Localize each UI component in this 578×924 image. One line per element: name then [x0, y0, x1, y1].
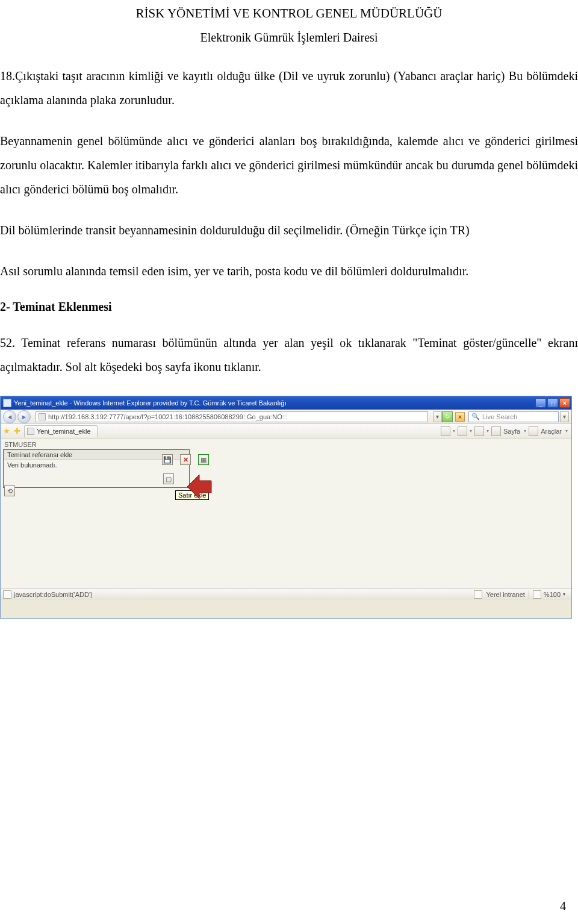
search-box[interactable]: 🔍 Live Search [468, 411, 559, 422]
security-zone-label: Yerel intranet [486, 591, 524, 598]
paragraph-4: Asıl sorumlu alanında temsil eden isim, … [0, 259, 578, 283]
ie-command-bar: ▾ ▾ ▾ Sayfa▾ Araçlar▾ [441, 426, 569, 436]
page-menu-icon[interactable] [491, 426, 501, 436]
page-menu-dropdown[interactable]: ▾ [523, 428, 527, 434]
new-row-icon[interactable]: ▢ [163, 473, 174, 484]
tab-page-icon [27, 428, 34, 435]
session-user-label: STMUSER [4, 441, 37, 448]
minimize-button[interactable]: _ [535, 398, 546, 408]
reset-icon[interactable]: ⟲ [4, 485, 15, 496]
page-menu-label[interactable]: Sayfa [502, 428, 521, 435]
home-icon[interactable] [441, 426, 450, 436]
section-heading-2: 2- Teminat Eklenmesi [0, 300, 578, 314]
forward-button[interactable]: ► [17, 410, 31, 423]
status-page-icon [3, 590, 11, 599]
tools-menu-icon[interactable] [529, 426, 538, 436]
ie-window-title: Yeni_teminat_ekle - Windows Internet Exp… [14, 399, 535, 407]
page-number: 4 [560, 899, 566, 913]
close-button[interactable]: × [559, 398, 570, 408]
status-text: javascript:doSubmit('ADD') [14, 591, 93, 598]
zoom-dropdown[interactable]: ▾ [563, 592, 565, 597]
tools-menu-label[interactable]: Araçlar [539, 428, 563, 435]
ie-tab-row: ★ ✚ Yeni_teminat_ekle ▾ ▾ ▾ Sayfa▾ Araçl… [1, 424, 571, 439]
tools-menu-dropdown[interactable]: ▾ [564, 428, 569, 434]
svg-marker-0 [187, 475, 211, 499]
feeds-dropdown[interactable]: ▾ [468, 428, 473, 434]
tab-label: Yeni_teminat_ekle [37, 428, 91, 435]
print-dropdown[interactable]: ▾ [485, 428, 490, 434]
stop-button[interactable]: × [455, 412, 465, 422]
add-favorite-icon[interactable]: ✚ [14, 426, 20, 435]
page-icon [39, 413, 46, 420]
cancel-icon[interactable]: ✕ [180, 454, 191, 465]
print-icon[interactable] [474, 426, 484, 436]
ie-address-bar-row: ◄ ► http://192.168.3.192:7777/apex/f?p=1… [1, 410, 571, 424]
doc-subtitle: Elektronik Gümrük İşlemleri Dairesi [0, 31, 578, 45]
back-button[interactable]: ◄ [3, 410, 16, 423]
security-zone-icon [474, 590, 482, 599]
paragraph-5: 52. Teminat referans numarası bölümünün … [0, 331, 578, 379]
search-dropdown[interactable]: ▾ [560, 411, 569, 422]
spreadsheet-icon[interactable]: ▦ [198, 454, 209, 465]
feeds-icon[interactable] [458, 426, 467, 436]
url-text: http://192.168.3.192:7777/apex/f?p=10021… [48, 413, 288, 420]
no-data-label: Veri bulunamadı. [4, 460, 189, 470]
favorites-star-icon[interactable]: ★ [3, 426, 10, 435]
paragraph-1: 18.Çıkıştaki taşıt aracının kimliği ve k… [0, 64, 578, 112]
document-header: RİSK YÖNETİMİ VE KONTROL GENEL MÜDÜRLÜĞÜ… [0, 0, 578, 45]
save-icon[interactable]: 💾 [162, 454, 173, 465]
ie-window: Yeni_teminat_ekle - Windows Internet Exp… [0, 396, 572, 619]
browser-tab[interactable]: Yeni_teminat_ekle [24, 425, 98, 437]
address-bar[interactable]: http://192.168.3.192:7777/apex/f?p=10021… [36, 411, 428, 422]
teminat-panel-header: Teminat referansı ekle [4, 450, 189, 460]
url-dropdown[interactable]: ▾ [433, 411, 442, 422]
ie-page-content: STMUSER Teminat referansı ekle Veri bulu… [1, 439, 571, 600]
ie-titlebar[interactable]: Yeni_teminat_ekle - Windows Internet Exp… [1, 396, 571, 410]
ie-app-icon [3, 399, 11, 407]
maximize-button[interactable]: □ [547, 398, 558, 408]
doc-title: RİSK YÖNETİMİ VE KONTROL GENEL MÜDÜRLÜĞÜ [0, 6, 578, 21]
home-dropdown[interactable]: ▾ [452, 428, 456, 434]
paragraph-2: Beyannamenin genel bölümünde alıcı ve gö… [0, 129, 578, 201]
zoom-icon[interactable] [533, 590, 541, 599]
paragraph-3: Dil bölümlerinde transit beyannamesinin … [0, 218, 578, 242]
search-icon: 🔍 [471, 413, 480, 420]
zoom-level[interactable]: %100 [544, 591, 561, 598]
ie-status-bar: javascript:doSubmit('ADD') Yerel intrane… [1, 588, 571, 600]
refresh-button[interactable]: ↻ [442, 411, 453, 422]
search-placeholder: Live Search [482, 413, 517, 420]
